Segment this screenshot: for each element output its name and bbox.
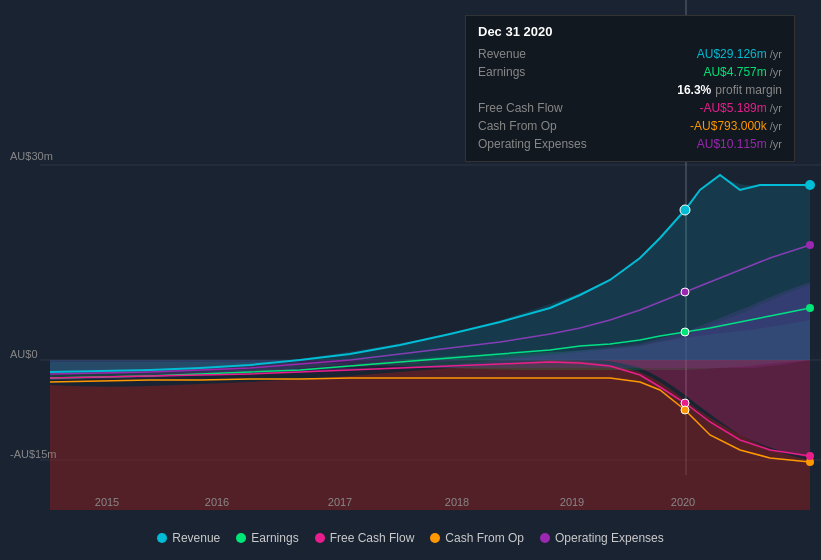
tooltip-value-opex: AU$10.115m/yr [697, 137, 782, 151]
tooltip-row-revenue: Revenue AU$29.126m/yr [478, 45, 782, 63]
x-label-2020: 2020 [671, 496, 695, 508]
profit-margin-label: profit margin [715, 83, 782, 97]
legend-item-fcf[interactable]: Free Cash Flow [315, 531, 415, 545]
tooltip-row-fcf: Free Cash Flow -AU$5.189m/yr [478, 99, 782, 117]
svg-point-14 [681, 406, 689, 414]
legend-label-earnings: Earnings [251, 531, 298, 545]
svg-point-9 [806, 452, 814, 460]
tooltip-value-fcf: -AU$5.189m/yr [699, 101, 782, 115]
tooltip-label-cashfromop: Cash From Op [478, 119, 598, 133]
tooltip-row-cashfromop: Cash From Op -AU$793.000k/yr [478, 117, 782, 135]
chart-container: AU$30m AU$0 -AU$15m 2015 2016 2017 2018 … [0, 0, 821, 560]
tooltip-row-profit-margin: 16.3% profit margin [478, 81, 782, 99]
legend-label-cashfromop: Cash From Op [445, 531, 524, 545]
tooltip-row-earnings: Earnings AU$4.757m/yr [478, 63, 782, 81]
legend-dot-revenue [157, 533, 167, 543]
x-label-2019: 2019 [560, 496, 584, 508]
x-label-2017: 2017 [328, 496, 352, 508]
tooltip-label-revenue: Revenue [478, 47, 598, 61]
legend-dot-fcf [315, 533, 325, 543]
svg-point-12 [681, 288, 689, 296]
legend-dot-cashfromop [430, 533, 440, 543]
tooltip-value-cashfromop: -AU$793.000k/yr [690, 119, 782, 133]
y-label-0: AU$0 [10, 348, 38, 360]
svg-point-7 [806, 304, 814, 312]
tooltip-value-earnings: AU$4.757m/yr [703, 65, 782, 79]
legend-label-revenue: Revenue [172, 531, 220, 545]
legend-dot-opex [540, 533, 550, 543]
profit-margin-value: 16.3% [677, 83, 711, 97]
legend-label-fcf: Free Cash Flow [330, 531, 415, 545]
chart-legend: Revenue Earnings Free Cash Flow Cash Fro… [0, 531, 821, 545]
legend-item-cashfromop[interactable]: Cash From Op [430, 531, 524, 545]
tooltip-title: Dec 31 2020 [478, 24, 782, 39]
tooltip-value-revenue: AU$29.126m/yr [697, 47, 782, 61]
x-label-2015: 2015 [95, 496, 119, 508]
svg-point-6 [806, 241, 814, 249]
tooltip-label-opex: Operating Expenses [478, 137, 598, 151]
tooltip-label-earnings: Earnings [478, 65, 598, 79]
y-label-30m: AU$30m [10, 150, 53, 162]
legend-item-revenue[interactable]: Revenue [157, 531, 220, 545]
legend-dot-earnings [236, 533, 246, 543]
legend-label-opex: Operating Expenses [555, 531, 664, 545]
legend-item-earnings[interactable]: Earnings [236, 531, 298, 545]
tooltip-label-fcf: Free Cash Flow [478, 101, 598, 115]
svg-point-11 [681, 328, 689, 336]
x-label-2018: 2018 [445, 496, 469, 508]
svg-point-5 [805, 180, 815, 190]
tooltip-row-opex: Operating Expenses AU$10.115m/yr [478, 135, 782, 153]
tooltip-box: Dec 31 2020 Revenue AU$29.126m/yr Earnin… [465, 15, 795, 162]
x-label-2016: 2016 [205, 496, 229, 508]
y-label-neg15m: -AU$15m [10, 448, 56, 460]
svg-point-10 [680, 205, 690, 215]
legend-item-opex[interactable]: Operating Expenses [540, 531, 664, 545]
